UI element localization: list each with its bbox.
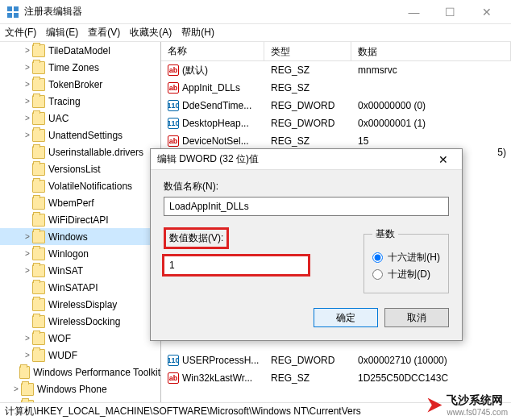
menu-help[interactable]: 帮助(H): [181, 26, 214, 40]
value-name: DesktopHeap...: [182, 118, 249, 129]
value-data-label: 数值数据(V):: [164, 227, 229, 249]
expander-icon[interactable]: >: [23, 131, 32, 139]
list-header: 名称 类型 数据: [161, 42, 511, 61]
expander-icon[interactable]: >: [23, 114, 32, 123]
tree-item-label: UnattendSettings: [48, 130, 123, 141]
table-row[interactable]: ab(默认)REG_SZmnmsrvc: [161, 61, 511, 79]
tree-item-label: Windows: [48, 231, 88, 243]
expander-icon[interactable]: >: [23, 351, 32, 360]
value-data: 0x00000000 (0): [351, 100, 511, 111]
tree-item-label: TokenBroker: [48, 79, 102, 90]
tree-item-label: Userinstallable.drivers: [48, 147, 143, 158]
folder-icon: [32, 61, 45, 74]
value-type: REG_SZ: [264, 82, 351, 94]
tree-item[interactable]: >UnattendSettings: [0, 127, 160, 143]
expander-icon[interactable]: >: [23, 334, 32, 343]
tree-item[interactable]: >WOF: [0, 330, 160, 347]
folder-icon: [32, 146, 45, 159]
tree-item-label: VersionsList: [48, 164, 101, 175]
table-row[interactable]: 110DesktopHeap...REG_DWORD0x00000001 (1): [161, 114, 511, 132]
menu-view[interactable]: 查看(V): [88, 26, 120, 40]
tree-item-label: WinSATAPI: [48, 282, 98, 293]
tree-item[interactable]: >UAC: [0, 110, 160, 127]
tree-item[interactable]: >Windows Phone: [0, 380, 160, 397]
tree-item[interactable]: WinSATAPI: [0, 279, 160, 296]
folder-icon: [32, 214, 45, 227]
dialog-title: 编辑 DWORD (32 位)值: [157, 152, 431, 166]
close-button[interactable]: ✕: [468, 1, 505, 23]
col-data-header[interactable]: 数据: [351, 42, 511, 60]
table-row[interactable]: abDeviceNotSel...REG_SZ15: [161, 132, 511, 150]
tree-item[interactable]: >TokenBroker: [0, 76, 160, 93]
value-name-input[interactable]: [164, 197, 449, 216]
value-data-input[interactable]: [164, 256, 309, 275]
value-name-label: 数值名称(N):: [164, 180, 449, 193]
tree-item[interactable]: >Time Zones: [0, 59, 160, 76]
tree-item-label: UAC: [48, 113, 69, 124]
statusbar: 计算机\HKEY_LOCAL_MACHINE\SOFTWARE\Microsof…: [0, 402, 511, 420]
folder-icon: [32, 44, 45, 57]
minimize-button[interactable]: —: [396, 1, 432, 23]
tree-item[interactable]: >Winlogon: [0, 245, 160, 262]
expander-icon[interactable]: >: [23, 46, 32, 55]
table-row[interactable]: 110USERProcessH...REG_DWORD0x00002710 (1…: [161, 351, 511, 369]
expander-icon[interactable]: >: [23, 232, 32, 241]
menu-edit[interactable]: 编辑(E): [46, 26, 78, 40]
tree-item-label: Winlogon: [48, 248, 89, 260]
dialog-close-button[interactable]: ✕: [431, 153, 455, 166]
tree-item[interactable]: >Tracing: [0, 93, 160, 110]
radio-hex[interactable]: [372, 252, 383, 263]
tree-panel[interactable]: >TileDataModel>Time Zones>TokenBroker>Tr…: [0, 42, 161, 402]
table-row[interactable]: abWin32kLastWr...REG_SZ1D255C50DCC143C: [161, 369, 511, 387]
edit-dword-dialog: 编辑 DWORD (32 位)值 ✕ 数值名称(N): 数值数据(V): 基数 …: [150, 148, 463, 341]
folder-icon: [32, 78, 45, 91]
tree-item[interactable]: WirelessDocking: [0, 313, 160, 330]
string-value-icon: ab: [168, 82, 179, 94]
expander-icon[interactable]: >: [23, 266, 32, 275]
value-type: REG_SZ: [264, 135, 351, 147]
tree-item[interactable]: >Windows: [0, 228, 160, 245]
col-type-header[interactable]: 类型: [264, 42, 351, 60]
value-name: AppInit_DLLs: [182, 82, 240, 94]
expander-icon[interactable]: >: [23, 63, 32, 72]
value-type: REG_SZ: [264, 64, 351, 76]
tree-item[interactable]: >WinSAT: [0, 262, 160, 279]
maximize-button[interactable]: ☐: [432, 1, 468, 23]
ok-button[interactable]: 确定: [314, 308, 378, 327]
folder-icon: [32, 349, 45, 362]
menu-file[interactable]: 文件(F): [5, 26, 36, 40]
expander-icon[interactable]: >: [11, 385, 21, 393]
table-row[interactable]: 110DdeSendTime...REG_DWORD0x00000000 (0): [161, 97, 511, 114]
expander-icon[interactable]: >: [11, 401, 21, 402]
tree-item-label: WbemPerf: [48, 198, 94, 209]
tree-item-label: Time Zones: [48, 62, 99, 73]
tree-item[interactable]: WbemPerf: [0, 194, 160, 211]
radio-dec[interactable]: [372, 269, 383, 280]
value-name: USERProcessH...: [182, 355, 259, 366]
tree-item[interactable]: VersionsList: [0, 160, 160, 177]
menu-favorites[interactable]: 收藏夹(A): [130, 26, 172, 40]
base-fieldset: 基数 十六进制(H) 十进制(D): [364, 227, 449, 293]
value-data: 0x00002710 (10000): [351, 355, 511, 366]
tree-item[interactable]: WirelessDisplay: [0, 296, 160, 313]
tree-item[interactable]: >Windows Photo Viewer: [0, 397, 160, 402]
folder-icon: [32, 129, 45, 142]
cancel-button[interactable]: 取消: [384, 308, 449, 327]
dword-value-icon: 110: [168, 355, 179, 366]
expander-icon[interactable]: >: [23, 80, 32, 89]
dialog-titlebar[interactable]: 编辑 DWORD (32 位)值 ✕: [151, 149, 462, 170]
svg-rect-0: [7, 6, 12, 11]
tree-item[interactable]: WiFiDirectAPI: [0, 211, 160, 228]
tree-item[interactable]: Windows Performance Toolkit: [0, 364, 160, 380]
expander-icon[interactable]: >: [23, 249, 32, 258]
tree-item[interactable]: >TileDataModel: [0, 42, 160, 59]
expander-icon[interactable]: >: [23, 97, 32, 106]
folder-icon: [32, 264, 45, 277]
tree-item[interactable]: VolatileNotifications: [0, 177, 160, 194]
col-name-header[interactable]: 名称: [161, 42, 264, 60]
svg-rect-2: [7, 13, 12, 18]
table-row[interactable]: abAppInit_DLLsREG_SZ: [161, 79, 511, 97]
tree-item[interactable]: Userinstallable.drivers: [0, 143, 160, 160]
folder-icon: [21, 383, 34, 396]
tree-item[interactable]: >WUDF: [0, 347, 160, 364]
